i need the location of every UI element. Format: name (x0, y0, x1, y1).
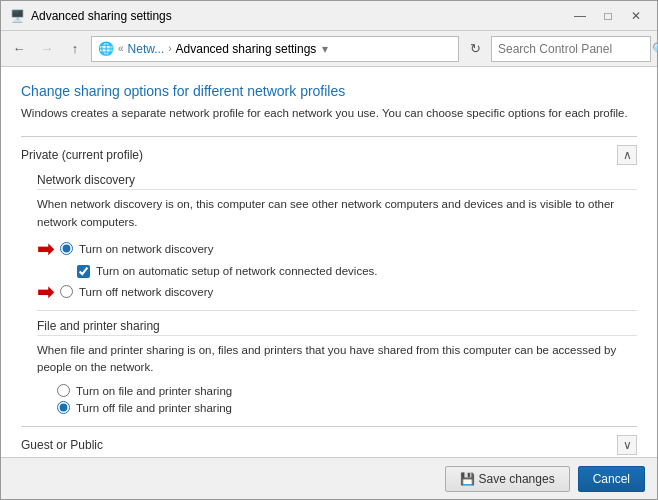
up-button[interactable]: ↑ (63, 37, 87, 61)
turn-off-nd-text: Turn off network discovery (79, 286, 213, 298)
minimize-button[interactable]: — (567, 6, 593, 26)
page-title: Change sharing options for different net… (21, 83, 637, 99)
turn-off-nd-row: ➡ Turn off network discovery (37, 282, 637, 302)
auto-setup-row: Turn on automatic setup of network conne… (37, 263, 637, 278)
file-printer-title: File and printer sharing (37, 319, 637, 336)
section-guest-title: Guest or Public (21, 438, 111, 452)
maximize-button[interactable]: □ (595, 6, 621, 26)
window-icon: 🖥️ (9, 8, 25, 24)
network-discovery-options: ➡ Turn on network discovery Turn on auto… (37, 239, 637, 302)
search-box: 🔍 (491, 36, 651, 62)
forward-button[interactable]: → (35, 37, 59, 61)
section-private-body: Network discovery When network discovery… (21, 173, 637, 426)
divider-1 (37, 310, 637, 311)
network-discovery-desc: When network discovery is on, this compu… (37, 196, 637, 231)
content-area: Change sharing options for different net… (1, 67, 657, 457)
turn-on-fp-text: Turn on file and printer sharing (76, 385, 232, 397)
address-bar: ← → ↑ 🌐 « Netw... › Advanced sharing set… (1, 31, 657, 67)
title-bar-controls: — □ ✕ (567, 6, 649, 26)
turn-on-nd-label[interactable]: Turn on network discovery (60, 242, 213, 255)
breadcrumb: 🌐 « Netw... › Advanced sharing settings … (91, 36, 459, 62)
turn-on-nd-row: ➡ Turn on network discovery (37, 239, 637, 259)
window-title: Advanced sharing settings (31, 9, 567, 23)
search-icon: 🔍 (652, 42, 658, 56)
turn-on-fp-label[interactable]: Turn on file and printer sharing (57, 384, 637, 397)
section-private: Private (current profile) ∧ Network disc… (21, 136, 637, 426)
turn-on-nd-radio[interactable] (60, 242, 73, 255)
arrow-icon-1: ➡ (37, 239, 54, 259)
network-icon: 🌐 (98, 41, 114, 56)
turn-off-fp-text: Turn off file and printer sharing (76, 402, 232, 414)
section-private-chevron: ∧ (617, 145, 637, 165)
section-guest: Guest or Public ∨ (21, 426, 637, 457)
main-window: 🖥️ Advanced sharing settings — □ ✕ ← → ↑… (0, 0, 658, 500)
turn-off-nd-radio[interactable] (60, 285, 73, 298)
turn-off-nd-label[interactable]: Turn off network discovery (60, 285, 213, 298)
page-subtitle: Windows creates a separate network profi… (21, 105, 637, 122)
auto-setup-checkbox[interactable] (77, 265, 90, 278)
arrow-icon-2: ➡ (37, 282, 54, 302)
auto-setup-text: Turn on automatic setup of network conne… (96, 265, 377, 277)
turn-on-nd-text: Turn on network discovery (79, 243, 213, 255)
title-bar: 🖥️ Advanced sharing settings — □ ✕ (1, 1, 657, 31)
auto-setup-label[interactable]: Turn on automatic setup of network conne… (77, 265, 377, 278)
cancel-button[interactable]: Cancel (578, 466, 645, 492)
search-input[interactable] (498, 42, 648, 56)
breadcrumb-netw[interactable]: Netw... (128, 42, 165, 56)
back-button[interactable]: ← (7, 37, 31, 61)
turn-off-fp-label[interactable]: Turn off file and printer sharing (57, 401, 637, 414)
section-guest-header[interactable]: Guest or Public ∨ (21, 427, 637, 457)
section-private-header[interactable]: Private (current profile) ∧ (21, 137, 637, 173)
refresh-button[interactable]: ↻ (463, 37, 487, 61)
save-button[interactable]: 💾 Save changes (445, 466, 570, 492)
breadcrumb-current: Advanced sharing settings (176, 42, 317, 56)
network-discovery-title: Network discovery (37, 173, 637, 190)
section-guest-chevron: ∨ (617, 435, 637, 455)
turn-on-fp-radio[interactable] (57, 384, 70, 397)
cancel-label: Cancel (593, 472, 630, 486)
breadcrumb-dropdown-icon[interactable]: ▾ (322, 42, 328, 56)
file-printer-desc: When file and printer sharing is on, fil… (37, 342, 637, 377)
save-icon: 💾 (460, 472, 475, 486)
save-label: Save changes (479, 472, 555, 486)
close-button[interactable]: ✕ (623, 6, 649, 26)
section-private-title: Private (current profile) (21, 148, 151, 162)
breadcrumb-sep1: « (118, 43, 124, 54)
footer: 💾 Save changes Cancel (1, 457, 657, 499)
turn-off-fp-radio[interactable] (57, 401, 70, 414)
file-printer-options: Turn on file and printer sharing Turn of… (37, 384, 637, 414)
